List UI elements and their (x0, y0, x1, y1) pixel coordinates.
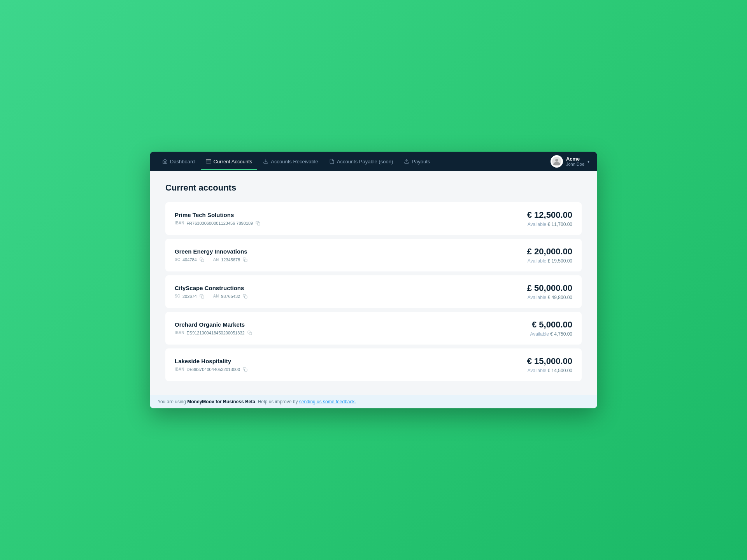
download-icon (263, 159, 268, 164)
nav-current-accounts[interactable]: Current Accounts (201, 156, 257, 167)
navbar: Dashboard Current Accounts Accounts Rece… (150, 152, 597, 171)
account-card-orchard[interactable]: Orchard Organic Markets IBAN ES912100041… (165, 312, 582, 345)
account-right: £ 20,000.00 Available £ 19,500.00 (527, 247, 572, 264)
account-meta: IBAN DE89370400440532013000 (175, 367, 248, 372)
svg-rect-12 (245, 369, 247, 371)
nav-items: Dashboard Current Accounts Accounts Rece… (158, 156, 551, 167)
account-available: Available £ 49,800.00 (527, 295, 572, 300)
svg-point-5 (555, 159, 558, 162)
account-left: CityScape Constructions SC 202674 AN 987… (175, 285, 248, 299)
sc-label: SC (175, 294, 180, 298)
account-name: CityScape Constructions (175, 285, 248, 291)
avatar (551, 155, 563, 168)
copy-iban-icon[interactable] (247, 330, 253, 336)
copy-an-icon[interactable] (242, 294, 248, 299)
doc-icon (329, 159, 335, 164)
available-value: £ 19,500.00 (548, 258, 572, 264)
feedback-link[interactable]: sending us some feedback. (299, 399, 356, 404)
account-left: Lakeside Hospitality IBAN DE893704004405… (175, 358, 248, 372)
sc-label: SC (175, 257, 180, 262)
account-card-lakeside[interactable]: Lakeside Hospitality IBAN DE893704004405… (165, 348, 582, 381)
account-balance: € 15,000.00 (527, 356, 572, 366)
iban-value: FR763000600001123456 7890189 (186, 221, 253, 226)
account-balance: £ 20,000.00 (527, 247, 572, 257)
account-name: Green Energy Innovations (175, 248, 248, 255)
account-right: € 15,000.00 Available € 14,500.00 (527, 356, 572, 373)
account-name: Prime Tech Solutions (175, 212, 261, 218)
nav-accounts-payable[interactable]: Accounts Payable (soon) (324, 156, 398, 167)
account-meta: IBAN FR763000600001123456 7890189 (175, 220, 261, 226)
copy-an-icon[interactable] (242, 257, 248, 262)
card-icon (206, 159, 211, 164)
nav-payouts[interactable]: Payouts (399, 156, 435, 167)
brand-name: MoneyMoov for Business Beta (187, 399, 255, 404)
account-left: Orchard Organic Markets IBAN ES912100041… (175, 321, 253, 336)
avatar-icon (552, 157, 561, 166)
svg-rect-9 (201, 296, 204, 298)
account-meta: SC 404784 AN 12345678 (175, 257, 248, 262)
an-label: AN (213, 294, 219, 298)
svg-rect-6 (258, 222, 260, 225)
available-value: € 14,500.00 (548, 368, 572, 373)
account-right: € 12,500.00 Available € 11,700.00 (527, 210, 572, 227)
page-title: Current accounts (165, 183, 582, 193)
sc-value: 202674 (182, 294, 197, 299)
account-available: Available € 4,750.00 (530, 331, 572, 337)
available-value: £ 49,800.00 (548, 295, 572, 300)
svg-rect-10 (245, 296, 247, 298)
browser-window: Dashboard Current Accounts Accounts Rece… (150, 152, 597, 408)
available-value: € 11,700.00 (548, 222, 572, 227)
account-card-prime-tech[interactable]: Prime Tech Solutions IBAN FR763000600001… (165, 202, 582, 235)
account-right: € 5,000.00 Available € 4,750.00 (530, 320, 572, 337)
account-available: Available € 11,700.00 (527, 222, 572, 227)
nav-accounts-receivable[interactable]: Accounts Receivable (258, 156, 323, 167)
account-left: Prime Tech Solutions IBAN FR763000600001… (175, 212, 261, 226)
an-label: AN (213, 257, 219, 262)
user-name: Acme (566, 156, 584, 162)
an-value: 12345678 (221, 257, 240, 262)
footer-bar: You are using MoneyMoov for Business Bet… (150, 395, 597, 408)
iban-label: IBAN (175, 367, 184, 371)
copy-sc-icon[interactable] (199, 294, 205, 299)
home-icon (162, 159, 168, 164)
svg-rect-11 (249, 332, 252, 335)
account-card-green-energy[interactable]: Green Energy Innovations SC 404784 AN 12… (165, 239, 582, 271)
account-card-cityscape[interactable]: CityScape Constructions SC 202674 AN 987… (165, 275, 582, 308)
account-balance: £ 50,000.00 (527, 283, 572, 293)
account-name: Lakeside Hospitality (175, 358, 248, 364)
account-meta: IBAN ES9121000418450200051332 (175, 330, 253, 336)
user-sub: John Doe (566, 162, 584, 167)
accounts-list: Prime Tech Solutions IBAN FR763000600001… (165, 202, 582, 381)
svg-rect-0 (206, 159, 211, 163)
svg-rect-7 (201, 259, 204, 262)
account-balance: € 5,000.00 (530, 320, 572, 330)
iban-label: IBAN (175, 221, 184, 225)
svg-rect-8 (245, 259, 247, 262)
available-value: € 4,750.00 (550, 331, 572, 337)
iban-value: DE89370400440532013000 (186, 367, 240, 372)
account-available: Available £ 19,500.00 (527, 258, 572, 264)
account-right: £ 50,000.00 Available £ 49,800.00 (527, 283, 572, 300)
copy-sc-icon[interactable] (199, 257, 205, 262)
user-menu[interactable]: Acme John Doe ▾ (551, 155, 589, 168)
sc-value: 404784 (182, 257, 197, 262)
user-info: Acme John Doe (566, 156, 584, 167)
nav-dashboard[interactable]: Dashboard (158, 156, 200, 167)
upload-icon (404, 159, 409, 164)
footer-text: You are using MoneyMoov for Business Bet… (158, 399, 356, 404)
account-left: Green Energy Innovations SC 404784 AN 12… (175, 248, 248, 262)
account-name: Orchard Organic Markets (175, 321, 253, 328)
iban-value: ES9121000418450200051332 (186, 331, 244, 335)
account-meta: SC 202674 AN 98765432 (175, 294, 248, 299)
iban-label: IBAN (175, 331, 184, 335)
main-content: Current accounts Prime Tech Solutions IB… (150, 171, 597, 395)
chevron-down-icon: ▾ (587, 159, 589, 164)
an-value: 98765432 (221, 294, 240, 299)
copy-iban-icon[interactable] (242, 367, 248, 372)
account-available: Available € 14,500.00 (527, 368, 572, 373)
account-balance: € 12,500.00 (527, 210, 572, 220)
copy-iban-icon[interactable] (255, 220, 261, 226)
